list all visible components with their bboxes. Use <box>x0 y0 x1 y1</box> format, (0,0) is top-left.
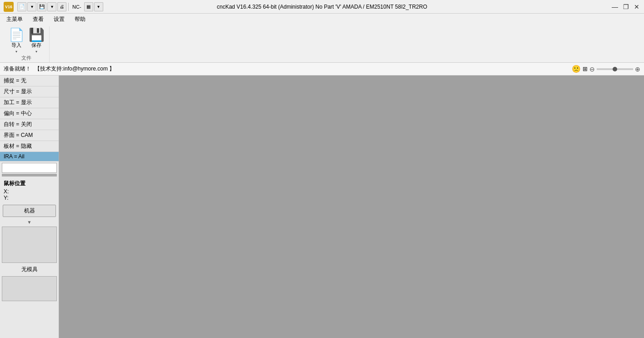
smiley-icon: 🙁 <box>572 65 581 73</box>
zoom-plus-button[interactable]: ⊕ <box>635 66 640 73</box>
canvas-area[interactable] <box>59 76 644 338</box>
save-icon[interactable]: 💾 <box>37 2 46 11</box>
main-area: 捕捉 = 无 尺寸 = 显示 加工 = 显示 偏向 = 中心 自转 = 关闭 界… <box>0 76 644 338</box>
tool-preview <box>2 227 57 263</box>
zoom-slider[interactable] <box>597 68 633 70</box>
zoom-fit-icon[interactable]: ⊞ <box>583 66 588 72</box>
window-title: cncKad V16.4.325 64-bit (Administrator) … <box>217 4 428 10</box>
zoom-slider-thumb <box>613 67 617 71</box>
status-right: 🙁 ⊞ ⊖ ⊕ <box>572 65 640 73</box>
machine-button[interactable]: 机器 <box>3 205 56 217</box>
title-bar: V16 📄 ▾ 💾 ▾ 🖨 NC- ▦ ▾ cncKad V16.4.325 6… <box>0 0 644 14</box>
status-dimension[interactable]: 尺寸 = 显示 <box>0 86 59 97</box>
status-ready-text: 准备就绪！ <box>4 65 31 73</box>
close-button[interactable]: ✕ <box>633 3 640 10</box>
status-ira[interactable]: IRA = Ail <box>0 152 59 161</box>
collapse-arrow[interactable]: ▼ <box>0 219 59 226</box>
no-tool-label: 无模具 <box>0 264 59 275</box>
menu-item-main[interactable]: 主菜单 <box>2 15 27 24</box>
save-button[interactable]: 💾 保存 <box>27 26 45 50</box>
status-rotation[interactable]: 自转 = 关闭 <box>0 119 59 130</box>
menu-item-settings[interactable]: 设置 <box>49 15 69 24</box>
save-icon: 💾 <box>29 27 44 42</box>
mouse-y: Y: <box>4 195 55 201</box>
import-split-button: 📄 导入 ▾ <box>7 26 25 54</box>
title-bar-left: V16 📄 ▾ 💾 ▾ 🖨 NC- ▦ ▾ <box>4 1 105 12</box>
layer-input-1[interactable] <box>2 163 57 173</box>
left-panel: 捕捉 = 无 尺寸 = 显示 加工 = 显示 偏向 = 中心 自转 = 关闭 界… <box>0 76 59 338</box>
zoom-minus-button[interactable]: ⊖ <box>589 66 595 73</box>
layer-input-area <box>0 161 59 178</box>
status-offset[interactable]: 偏向 = 中心 <box>0 108 59 119</box>
import-label: 导入 <box>11 42 21 49</box>
ribbon-file-buttons: 📄 导入 ▾ 💾 保存 ▾ <box>7 26 45 54</box>
app-logo: V16 <box>4 2 14 12</box>
layer-slider[interactable] <box>2 174 57 177</box>
minimize-button[interactable]: — <box>611 3 619 10</box>
new-icon[interactable]: 📄 <box>17 2 26 11</box>
status-interface[interactable]: 界面 = CAM <box>0 130 59 141</box>
import-dropdown-arrow[interactable]: ▾ <box>15 50 17 54</box>
save-dropdown-icon[interactable]: ▾ <box>47 2 56 11</box>
status-support-text: 【技术支持:info@hymore.com 】 <box>35 65 115 73</box>
menu-bar: 主菜单 查看 设置 帮助 <box>0 14 644 25</box>
maximize-button[interactable]: ❐ <box>622 3 629 10</box>
mouse-x: X: <box>4 188 55 195</box>
window-controls: — ❐ ✕ <box>611 3 640 10</box>
separator <box>68 3 69 11</box>
ribbon-group-file-label: 文件 <box>21 55 31 61</box>
import-icon: 📄 <box>9 27 24 42</box>
status-sheet[interactable]: 板材 = 隐藏 <box>0 141 59 152</box>
tool-detail <box>2 276 57 301</box>
quick-access-toolbar: 📄 ▾ 💾 ▾ 🖨 NC- ▦ ▾ <box>15 1 105 12</box>
ribbon-group-file: 📄 导入 ▾ 💾 保存 ▾ 文件 <box>4 26 50 62</box>
status-process[interactable]: 加工 = 显示 <box>0 97 59 108</box>
toolbar-area: 主菜单 查看 设置 帮助 📄 导入 ▾ 💾 保存 <box>0 14 644 63</box>
menu-item-help[interactable]: 帮助 <box>70 15 90 24</box>
ribbon-bar: 📄 导入 ▾ 💾 保存 ▾ 文件 <box>0 25 644 62</box>
save-dropdown-arrow[interactable]: ▾ <box>35 50 37 54</box>
status-bar: 准备就绪！ 【技术支持:info@hymore.com 】 🙁 ⊞ ⊖ ⊕ <box>0 63 644 76</box>
menu-item-view[interactable]: 查看 <box>28 15 48 24</box>
save-split-button: 💾 保存 ▾ <box>27 26 45 54</box>
dropdown-icon[interactable]: ▾ <box>94 2 103 11</box>
open-dropdown-icon[interactable]: ▾ <box>27 2 36 11</box>
grid-icon[interactable]: ▦ <box>84 2 93 11</box>
save-label: 保存 <box>31 42 41 49</box>
status-snap[interactable]: 捕捉 = 无 <box>0 76 59 86</box>
nc-label: NC- <box>70 2 83 11</box>
mouse-pos-title: 鼠标位置 <box>4 180 55 187</box>
mouse-pos-section: 鼠标位置 X: Y: <box>0 178 59 203</box>
import-button[interactable]: 📄 导入 <box>7 26 25 50</box>
print-icon[interactable]: 🖨 <box>57 2 66 11</box>
